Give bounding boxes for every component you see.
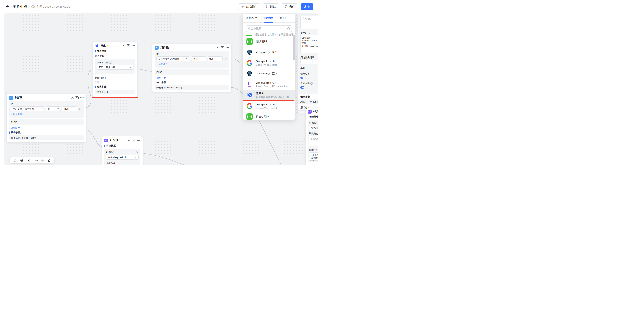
run-all-badge[interactable]: all [220, 46, 224, 49]
zoom-in-icon[interactable] [18, 157, 25, 164]
condition-variable-select[interactable]: 全局变量 > 思考过程 [156, 56, 190, 61]
section-node-settings: 节点设置 [310, 115, 318, 118]
info-icon [309, 32, 311, 34]
ai-model-label: AI 模型* [106, 151, 114, 154]
list-item-google-search[interactable]: Google Search Google Web Search [242, 101, 296, 111]
prompt-textarea[interactable]: 已知信息{{博查A问题： [309, 152, 318, 161]
output-thinking-label: 输出思考 [300, 72, 318, 75]
node-menu-icon[interactable]: ••• [80, 97, 84, 99]
ai-chat-icon [308, 110, 312, 114]
output-branch-row: 分支名称 {branch_name} [9, 135, 84, 140]
system-role-textarea[interactable]: 系统角色 [300, 16, 318, 29]
google-icon [246, 60, 253, 66]
node-title: 判断器1 [160, 46, 215, 50]
list-item-test-password[interactable]: fx 测试密码 [242, 36, 296, 47]
condition-operator-select[interactable]: 等于 [46, 107, 61, 111]
info-icon [105, 77, 108, 79]
history-count-input[interactable]: 1 [300, 60, 318, 64]
param-type-tag: string [105, 61, 112, 64]
tools-label: 工具 [300, 66, 318, 69]
delete-condition-icon[interactable] [224, 57, 227, 60]
branch-icon [9, 96, 13, 100]
condition-value-input[interactable]: true [208, 56, 223, 61]
edge [86, 130, 102, 147]
gear-icon[interactable] [136, 151, 139, 154]
list-item-clipped[interactable]: 通过执行自定义脚本，实现数据处理 [242, 33, 296, 36]
node-ai-chat-1[interactable]: AI 对话1 all ••• 节点设置 AI 模型* 豆包-deepseek-r… [102, 136, 143, 165]
run-all-badge[interactable]: all [126, 44, 130, 47]
node-menu-icon[interactable]: ••• [137, 140, 140, 142]
save-button[interactable]: 保存 [282, 3, 298, 10]
ai-model-select[interactable]: 豆包-deepseek-r1 [106, 155, 139, 160]
collapse-icon[interactable] [71, 97, 74, 99]
zoom-out-icon[interactable] [12, 157, 18, 164]
node-menu-icon[interactable]: ••• [226, 47, 229, 49]
chevron-down-icon [130, 67, 131, 68]
node-judge[interactable]: 判断器 all ••• IF 全局变量 > 联网查询 等于 [7, 94, 86, 143]
condition-operator-select[interactable]: 等于 [191, 56, 206, 61]
run-all-badge[interactable]: all [75, 96, 78, 99]
output-branch-row: 分支名称 {branch_name} [154, 85, 229, 90]
tab-applications[interactable]: 应用 [280, 14, 286, 23]
condition-value-input[interactable]: True [62, 107, 77, 111]
ai-chat-settings-card: 系统角色 提示词* 已知信息：{{博查AI.result}}问题：{{开始.qu… [298, 15, 318, 114]
list-item-langsearch[interactable]: LangSearch API A Web Search API supporti… [242, 79, 296, 90]
list-item-return0-copy[interactable]: fx 返回0 副本 [242, 111, 296, 120]
chevron-down-icon [186, 58, 188, 59]
save-icon [285, 5, 288, 8]
chevron-down-icon [57, 108, 59, 109]
section-node-settings: 节点设置 [106, 144, 116, 147]
collapse-icon[interactable] [128, 140, 130, 141]
if-label: IF [11, 103, 82, 105]
info-icon [318, 149, 318, 151]
if-label: IF [156, 53, 227, 55]
collapse-icon[interactable] [122, 45, 125, 46]
collapse-all-icon[interactable] [33, 157, 40, 164]
output-thinking-toggle[interactable] [300, 77, 304, 79]
scrollbar[interactable] [293, 35, 294, 60]
list-item-postgresql[interactable]: PostgreSQL 查询 [242, 47, 296, 57]
node-menu-icon[interactable]: ••• [132, 45, 135, 47]
publish-button[interactable]: 发布 [301, 3, 314, 10]
output-result-row: 结果 {result} [95, 90, 135, 94]
query-value-select[interactable]: 开始 > 用户问题 [97, 65, 133, 70]
else-label: ELSE [156, 71, 162, 73]
return-content-toggle[interactable] [300, 86, 304, 89]
plus-icon [241, 5, 244, 8]
node-judge-1[interactable]: 判断器1 all ••• IF 全局变量 > 思考过程 等于 [152, 44, 232, 92]
condition-variable-select[interactable]: 全局变量 > 联网查询 [11, 107, 44, 111]
top-bar: 图片生成 保存时间：2025-03-25 16:02:35 添加组件 调试 保存… [0, 0, 322, 13]
delete-condition-icon[interactable] [79, 107, 82, 110]
prompt-label: 提示词* [309, 148, 317, 152]
system-role-textarea[interactable]: 系统角色 [309, 136, 318, 147]
selection-box-bocha-item [243, 90, 294, 101]
add-component-button[interactable]: 添加组件 [238, 3, 260, 10]
collapse-icon[interactable] [216, 47, 219, 48]
favorite-star-icon[interactable] [46, 157, 52, 164]
library-tabs: 基础组件 函数库 应用 [242, 14, 296, 23]
prompt-textarea[interactable]: 已知信息：{{博查AI.result}}问题：{{开始.question}} [300, 34, 318, 53]
list-item-postgresql[interactable]: PostgreSQL 查询 [242, 68, 296, 79]
toolbar-divider [32, 159, 32, 162]
back-icon[interactable] [6, 4, 10, 9]
node-bocha-ai[interactable]: 博查AI all ••• 节点设置 输入参数 query* string 开始 … [92, 42, 138, 97]
add-branch-link[interactable]: + 添加分支 [154, 77, 229, 80]
tab-function-library[interactable]: 函数库 [264, 14, 273, 23]
debug-button[interactable]: 调试 [263, 3, 279, 10]
run-all-badge[interactable]: all [132, 139, 135, 142]
search-input[interactable]: 按名称搜索 [246, 25, 292, 32]
list-item-google-search[interactable]: Google Search Google Web Search [242, 57, 296, 68]
add-condition-link[interactable]: + 添加条件 [11, 113, 82, 116]
flow-canvas[interactable]: 博查AI all ••• 节点设置 输入参数 query* string 开始 … [4, 13, 318, 165]
add-branch-link[interactable]: + 添加分支 [9, 127, 84, 130]
more-menu-icon[interactable] [316, 3, 320, 10]
tab-basic-components[interactable]: 基础组件 [246, 14, 257, 23]
node-ai-chat-mini[interactable]: AI 对话 节点设置 AI 模型* 豆包-dee 系统角色 系统角色 提示词* … [306, 108, 318, 165]
add-condition-link[interactable]: + 添加条件 [156, 63, 227, 66]
ai-model-select[interactable]: 豆包-dee [309, 126, 318, 130]
return-content-toggle[interactable] [95, 81, 99, 83]
system-role-label: 系统角色 [309, 132, 318, 135]
fit-view-icon[interactable] [25, 157, 32, 164]
edge [86, 70, 91, 108]
expand-all-icon[interactable] [40, 157, 46, 164]
